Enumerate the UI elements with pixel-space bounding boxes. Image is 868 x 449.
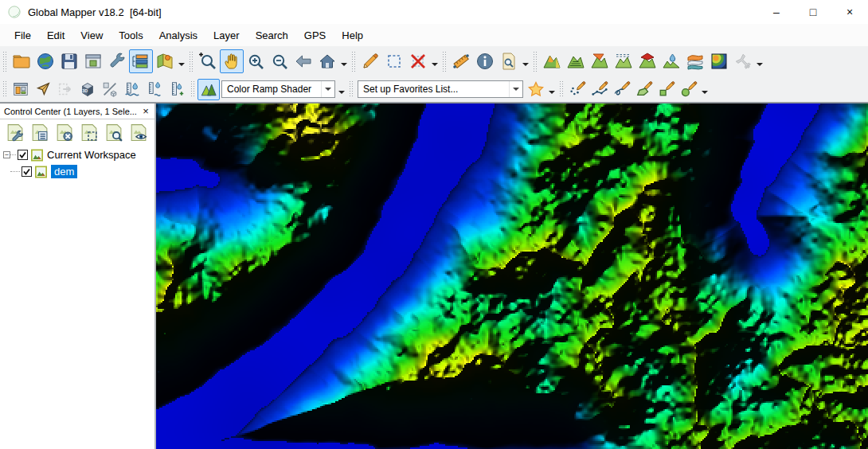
raster-layer-icon bbox=[30, 149, 44, 162]
control-center-button[interactable] bbox=[129, 49, 153, 73]
menu-item-view[interactable]: View bbox=[72, 26, 111, 45]
toolbar-grip[interactable] bbox=[351, 51, 355, 72]
menu-item-gps[interactable]: GPS bbox=[296, 26, 334, 45]
workspace-label[interactable]: Current Workspace bbox=[47, 149, 136, 161]
dem-layer-checkbox[interactable] bbox=[22, 166, 32, 177]
pan-tool-button[interactable] bbox=[220, 49, 244, 73]
shader-combo-arrow-icon[interactable] bbox=[321, 81, 334, 97]
select-features-button[interactable] bbox=[382, 49, 406, 73]
view-shed-analysis-button[interactable] bbox=[588, 49, 612, 73]
combine-terrain-layers-button[interactable] bbox=[683, 49, 707, 73]
overlay-openness-button[interactable] bbox=[153, 49, 177, 73]
digitizer-tool-button[interactable] bbox=[358, 49, 382, 73]
toolbar-grip[interactable] bbox=[559, 80, 563, 98]
menu-item-edit[interactable]: Edit bbox=[39, 26, 72, 45]
dem-layer-label[interactable]: dem bbox=[51, 165, 77, 178]
favorites-combo[interactable]: Set up Favorites List... bbox=[358, 80, 523, 98]
zoom-out-icon bbox=[270, 52, 289, 71]
dock-view-button[interactable] bbox=[54, 79, 76, 100]
close-button[interactable]: × bbox=[831, 0, 868, 24]
full-view-button[interactable] bbox=[315, 49, 339, 73]
workspace-tree-row[interactable]: − Current Workspace bbox=[3, 146, 154, 163]
gps-tracking-button[interactable] bbox=[32, 79, 54, 100]
panel-close-icon[interactable]: × bbox=[140, 105, 151, 117]
toolbar-grip[interactable] bbox=[2, 51, 6, 72]
watershed-analysis-button[interactable] bbox=[635, 49, 659, 73]
water-drop-analysis-button[interactable] bbox=[143, 79, 166, 100]
toolbar-grip[interactable] bbox=[533, 51, 537, 72]
view-group-dropdown-arrow-icon[interactable] bbox=[340, 51, 348, 72]
generate-contours-button[interactable] bbox=[564, 49, 588, 73]
toolbar-grip[interactable] bbox=[190, 80, 194, 98]
3d-view-button[interactable]: 3D bbox=[76, 79, 99, 100]
map-view-window-button[interactable] bbox=[81, 49, 105, 73]
create-group-dropdown-arrow-icon[interactable] bbox=[701, 79, 709, 100]
favorites-button[interactable] bbox=[525, 79, 547, 100]
cc-wrench-icon bbox=[5, 123, 25, 143]
zoom-out-button[interactable] bbox=[268, 49, 291, 73]
menu-item-layer[interactable]: Layer bbox=[205, 26, 248, 45]
minimize-button[interactable]: – bbox=[758, 0, 795, 24]
path-profile-button[interactable] bbox=[612, 49, 635, 73]
search-vector-data-button[interactable] bbox=[497, 49, 521, 73]
terrain-painting-button[interactable] bbox=[166, 79, 188, 100]
layer-metadata-button[interactable] bbox=[28, 121, 50, 143]
measure-tool-button[interactable] bbox=[449, 49, 473, 73]
collapse-expander-icon[interactable]: − bbox=[3, 151, 10, 158]
toolbar-grip[interactable] bbox=[442, 51, 446, 72]
toolbar-grip[interactable] bbox=[189, 51, 193, 72]
clear-selection-button[interactable] bbox=[406, 49, 430, 73]
save-workspace-button[interactable] bbox=[57, 49, 81, 73]
clear-selection-icon bbox=[409, 52, 428, 71]
shader-toggle-button[interactable] bbox=[197, 79, 220, 100]
close-layer-button[interactable] bbox=[53, 121, 75, 143]
configuration-button[interactable] bbox=[105, 49, 129, 73]
toggle-layer-visibility-button[interactable] bbox=[127, 121, 149, 143]
create-freehand-button[interactable] bbox=[611, 79, 633, 100]
zoom-in-button[interactable] bbox=[244, 49, 268, 73]
toolbar-grip[interactable] bbox=[2, 80, 6, 98]
map-view[interactable] bbox=[156, 103, 868, 449]
create-circle-button[interactable] bbox=[678, 79, 700, 100]
menu-item-tools[interactable]: Tools bbox=[111, 26, 151, 45]
create-density-grid-button[interactable] bbox=[707, 49, 731, 73]
raster-layer-icon bbox=[34, 166, 48, 178]
crop-layer-button[interactable] bbox=[77, 121, 100, 143]
edit-group-dropdown-arrow-icon[interactable] bbox=[431, 51, 439, 72]
show-elevation-button[interactable] bbox=[540, 49, 564, 73]
info-group-dropdown-arrow-icon[interactable] bbox=[522, 51, 530, 72]
create-line-button[interactable] bbox=[588, 79, 611, 100]
open-online-data-button[interactable] bbox=[33, 49, 57, 73]
workspace-checkbox[interactable] bbox=[18, 150, 28, 160]
water-level-rise-button[interactable] bbox=[121, 79, 143, 100]
map-layout-editor-button[interactable] bbox=[10, 79, 32, 100]
zoom-to-layer-button[interactable] bbox=[102, 121, 124, 143]
toolbar-grip[interactable] bbox=[349, 80, 353, 98]
layer-options-button[interactable] bbox=[3, 121, 25, 143]
measure-icon bbox=[452, 52, 471, 71]
create-area-button[interactable] bbox=[633, 79, 655, 100]
dem-layer-tree-row[interactable]: dem bbox=[3, 163, 154, 180]
favorites-combo-arrow-icon[interactable] bbox=[509, 81, 522, 97]
maximize-button[interactable]: □ bbox=[795, 0, 831, 24]
pour-point-analysis-button[interactable] bbox=[659, 49, 683, 73]
shader-combo[interactable]: Color Ramp Shader bbox=[221, 80, 335, 98]
create-point-button[interactable] bbox=[566, 79, 588, 100]
analysis-group-dropdown-arrow-icon[interactable] bbox=[756, 51, 764, 72]
menu-bar: FileEditViewToolsAnalysisLayerSearchGPSH… bbox=[0, 24, 868, 46]
zoom-tool-button[interactable] bbox=[196, 49, 220, 73]
menu-item-file[interactable]: File bbox=[6, 26, 39, 45]
menu-item-analysis[interactable]: Analysis bbox=[151, 26, 205, 45]
compare-surfaces-button[interactable] bbox=[99, 79, 121, 100]
favorites-group-dropdown-arrow-icon[interactable] bbox=[548, 79, 556, 100]
menu-item-help[interactable]: Help bbox=[334, 26, 371, 45]
fly-through-button[interactable] bbox=[731, 49, 755, 73]
shader-group-dropdown-arrow-icon[interactable] bbox=[338, 79, 346, 100]
menu-item-search[interactable]: Search bbox=[248, 26, 296, 45]
create-rectangle-button[interactable] bbox=[655, 79, 678, 100]
file-group-dropdown-arrow-icon[interactable] bbox=[178, 51, 186, 72]
shader-combo-value: Color Ramp Shader bbox=[222, 84, 321, 95]
feature-info-button[interactable] bbox=[473, 49, 497, 73]
previous-view-button[interactable] bbox=[291, 49, 315, 73]
open-file-button[interactable] bbox=[10, 49, 33, 73]
